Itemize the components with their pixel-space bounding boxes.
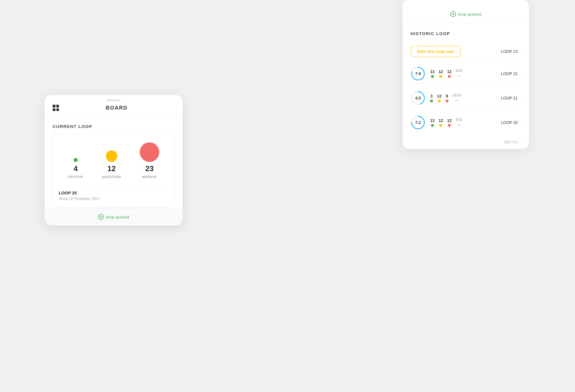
loop20-wave-icon: 〜 (457, 123, 461, 128)
loop22-red-value: 12 (447, 69, 452, 74)
improve-value: 23 (145, 164, 154, 173)
loop21-green-value: 3 (430, 94, 433, 98)
loop20-stats: 13 12 12 3/12 〜 (430, 118, 501, 128)
loop21-stats: 3 12 9 12/15 〜 (430, 93, 501, 103)
current-loop-section: CURRENT LOOP 4 POSITIVE 12 QUESTIONS (45, 116, 183, 208)
loop21-stat-yellow: 12 (437, 94, 442, 102)
loop20-red-dot (448, 124, 451, 127)
improve-label: IMPROVE (142, 175, 157, 179)
loop22-link[interactable]: LOOP 22 › (501, 71, 521, 76)
loop22-chevron: › (520, 71, 521, 76)
loop20-stat-wave: 3/12 〜 (456, 118, 462, 128)
loop22-score-value: 7.9 (415, 71, 421, 76)
loop22-red-dot (448, 75, 451, 78)
left-phone-card: BOARD CURRENT LOOP 4 POSITIVE 12 QUESTIO… (45, 95, 183, 225)
loop20-score-circle: 7.2 (411, 115, 425, 130)
current-loop-label: CURRENT LOOP (53, 124, 175, 129)
play-icon-right (450, 11, 456, 17)
loop23-chevron: › (520, 49, 521, 54)
loop23-link[interactable]: LOOP 23 › (501, 49, 521, 54)
loop-actived-label: loop actived (106, 215, 129, 219)
phone-header: BOARD (45, 95, 183, 116)
loop21-red-value: 9 (446, 94, 448, 98)
loop20-green-dot (431, 124, 434, 127)
loop21-yellow-value: 12 (437, 94, 442, 98)
play-icon (98, 214, 104, 220)
loop20-yellow-dot (439, 124, 442, 127)
see-all-label: SEE ALL (504, 140, 519, 144)
questions-label: QUESTIONS (102, 175, 121, 179)
loop20-wave-value: 3/12 (456, 118, 462, 122)
board-title: BOARD (59, 105, 175, 111)
loop21-link[interactable]: LOOP 21 › (501, 95, 521, 101)
metric-improve: 23 IMPROVE (140, 142, 159, 179)
grid-icon (53, 105, 59, 111)
loop20-yellow-value: 12 (439, 118, 443, 123)
historic-label: HISTORIC LOOP (411, 31, 521, 36)
loop22-stat-wave: 3/12 〜 (456, 69, 462, 79)
metric-positive: 4 POSITIVE (68, 158, 83, 179)
loop20-label: LOOP 20 (501, 120, 518, 125)
loop-info: LOOP 25 Since 22 Thursday, 2017 (59, 187, 168, 201)
loop21-stat-wave: 12/15 〜 (453, 93, 461, 103)
loop22-stats: 13 12 12 3/12 〜 (430, 69, 501, 79)
questions-value: 12 (108, 164, 116, 173)
rate-loop-button[interactable]: Rate this loop now (411, 46, 461, 57)
positive-dot (74, 158, 78, 162)
loop-actived-right-button[interactable]: loop actived (450, 8, 481, 17)
loop22-wave-icon: 〜 (457, 74, 461, 79)
positive-label: POSITIVE (68, 175, 83, 179)
loop21-score-circle: 4.5 (411, 91, 425, 106)
loop21-chevron: › (520, 95, 521, 101)
loop22-wave-value: 3/12 (456, 69, 462, 73)
loop20-red-value: 12 (447, 118, 452, 123)
loop21-wave-icon: 〜 (455, 98, 459, 103)
loop22-row[interactable]: 7.9 13 12 12 3/12 (411, 62, 521, 86)
loop21-yellow-dot (438, 100, 441, 102)
positive-value: 4 (74, 164, 78, 173)
loop-actived-button[interactable]: loop actived (45, 208, 183, 225)
loop21-wave-value: 12/15 (453, 93, 461, 97)
loop21-stat-green: 3 (430, 94, 433, 102)
see-all-chevron: › (520, 139, 521, 144)
loop21-stat-red: 9 (446, 94, 448, 102)
loop20-score-value: 7.2 (415, 120, 421, 125)
loop23-label: LOOP 23 (501, 49, 518, 54)
loop22-green-value: 13 (430, 69, 435, 74)
loop22-green-dot (431, 75, 434, 78)
loop21-green-dot (430, 100, 433, 102)
loop-actived-right-label: loop actived (458, 12, 481, 17)
see-all-button[interactable]: SEE ALL › (402, 135, 529, 149)
loop21-score-value: 4.5 (415, 96, 421, 100)
loop-date: Since 22 Thursday, 2017 (59, 196, 168, 201)
improve-dot (140, 142, 159, 162)
loop20-green-value: 13 (430, 118, 435, 123)
loop21-label: LOOP 21 (501, 96, 518, 100)
right-card-top: loop actived (402, 0, 529, 23)
historic-section: HISTORIC LOOP Rate this loop now LOOP 23… (402, 23, 529, 135)
loop22-score-circle: 7.9 (411, 66, 425, 81)
loop21-row[interactable]: 4.5 3 12 9 12/15 (411, 86, 521, 110)
metrics-row: 4 POSITIVE 12 QUESTIONS 23 IMPROVE (59, 142, 168, 179)
loop20-link[interactable]: LOOP 20 › (501, 120, 521, 125)
loop21-red-dot (446, 100, 448, 102)
loop20-row[interactable]: 7.2 13 12 12 3/12 (411, 110, 521, 135)
loop20-stat-yellow: 12 (439, 118, 443, 127)
loop20-chevron: › (520, 120, 521, 125)
loop-name: LOOP 25 (59, 190, 168, 195)
loop22-stat-yellow: 12 (439, 69, 443, 78)
rate-loop-row[interactable]: Rate this loop now LOOP 23 › (411, 42, 521, 62)
loop22-stat-red: 12 (447, 69, 452, 78)
loop22-label: LOOP 22 (501, 71, 518, 76)
questions-dot (106, 150, 117, 162)
metric-questions: 12 QUESTIONS (102, 150, 121, 179)
current-loop-card: 4 POSITIVE 12 QUESTIONS 23 IMPROVE (53, 134, 175, 208)
loop22-yellow-value: 12 (439, 69, 443, 74)
loop22-stat-green: 13 (430, 69, 435, 78)
loop20-stat-red: 12 (447, 118, 452, 127)
loop22-yellow-dot (439, 75, 442, 78)
loop20-stat-green: 13 (430, 118, 435, 127)
right-historic-card: loop actived HISTORIC LOOP Rate this loo… (402, 0, 529, 149)
